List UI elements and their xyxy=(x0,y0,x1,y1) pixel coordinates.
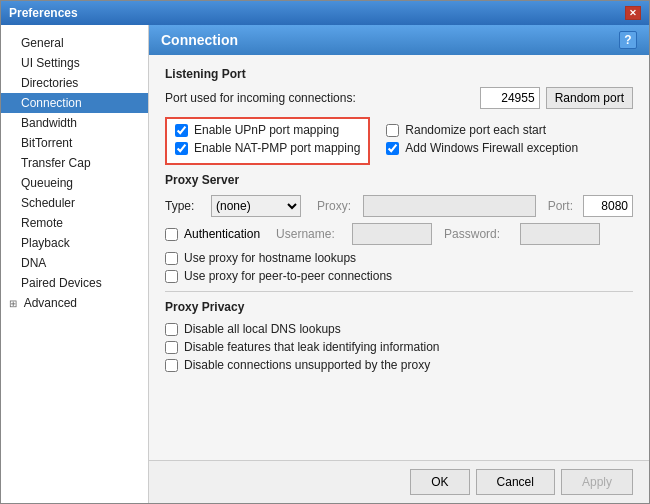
sidebar-item-playback[interactable]: Playback xyxy=(1,233,148,253)
listening-port-title: Listening Port xyxy=(165,67,633,81)
firewall-label: Add Windows Firewall exception xyxy=(405,141,578,155)
peer-checkbox[interactable] xyxy=(165,270,178,283)
port-row: Port used for incoming connections: Rand… xyxy=(165,87,633,109)
panel-header: Connection ? xyxy=(149,25,649,55)
sidebar-item-queueing[interactable]: Queueing xyxy=(1,173,148,193)
ok-button[interactable]: OK xyxy=(410,469,469,495)
sidebar-item-ui-settings[interactable]: UI Settings xyxy=(1,53,148,73)
dns-label: Disable all local DNS lookups xyxy=(184,322,341,336)
proxy-server-title: Proxy Server xyxy=(165,173,633,187)
port-input[interactable] xyxy=(480,87,540,109)
auth-row: Authentication Username: Password: xyxy=(165,223,633,245)
auth-label: Authentication xyxy=(184,227,260,241)
sidebar-item-bandwidth[interactable]: Bandwidth xyxy=(1,113,148,133)
sidebar-item-transfer-cap[interactable]: Transfer Cap xyxy=(1,153,148,173)
unsupported-row: Disable connections unsupported by the p… xyxy=(165,358,633,372)
randomize-checkbox[interactable] xyxy=(386,124,399,137)
proxy-type-label: Type: xyxy=(165,199,205,213)
window-title: Preferences xyxy=(9,6,78,20)
natpmp-row: Enable NAT-PMP port mapping xyxy=(175,141,360,155)
unsupported-checkbox[interactable] xyxy=(165,359,178,372)
upnp-label: Enable UPnP port mapping xyxy=(194,123,339,137)
proxy-port-input[interactable] xyxy=(583,195,633,217)
sidebar-item-scheduler[interactable]: Scheduler xyxy=(1,193,148,213)
footer: OK Cancel Apply xyxy=(149,460,649,503)
leak-row: Disable features that leak identifying i… xyxy=(165,340,633,354)
auth-checkbox[interactable] xyxy=(165,228,178,241)
panel-title: Connection xyxy=(161,32,238,48)
content-area: General UI Settings Directories Connecti… xyxy=(1,25,649,503)
title-bar: Preferences ✕ xyxy=(1,1,649,25)
cancel-button[interactable]: Cancel xyxy=(476,469,555,495)
sidebar-item-advanced[interactable]: ⊞ Advanced xyxy=(1,293,148,313)
dns-checkbox[interactable] xyxy=(165,323,178,336)
natpmp-label: Enable NAT-PMP port mapping xyxy=(194,141,360,155)
expand-icon: ⊞ xyxy=(9,298,21,309)
firewall-checkbox[interactable] xyxy=(386,142,399,155)
proxy-type-select[interactable]: (none) xyxy=(211,195,301,217)
main-panel: Connection ? Listening Port Port used fo… xyxy=(149,25,649,503)
hostname-row: Use proxy for hostname lookups xyxy=(165,251,633,265)
sidebar-item-general[interactable]: General xyxy=(1,33,148,53)
hostname-checkbox[interactable] xyxy=(165,252,178,265)
peer-row: Use proxy for peer-to-peer connections xyxy=(165,269,633,283)
divider xyxy=(165,291,633,292)
title-bar-buttons: ✕ xyxy=(625,6,641,20)
port-checkboxes-left: Enable UPnP port mapping Enable NAT-PMP … xyxy=(165,117,370,173)
proxy-privacy-title: Proxy Privacy xyxy=(165,300,633,314)
username-input[interactable] xyxy=(352,223,432,245)
hostname-label: Use proxy for hostname lookups xyxy=(184,251,356,265)
leak-label: Disable features that leak identifying i… xyxy=(184,340,439,354)
username-label: Username: xyxy=(276,227,346,241)
natpmp-checkbox[interactable] xyxy=(175,142,188,155)
sidebar-item-connection[interactable]: Connection xyxy=(1,93,148,113)
password-input[interactable] xyxy=(520,223,600,245)
apply-button[interactable]: Apply xyxy=(561,469,633,495)
upnp-row: Enable UPnP port mapping xyxy=(175,123,360,137)
sidebar-item-directories[interactable]: Directories xyxy=(1,73,148,93)
dns-row: Disable all local DNS lookups xyxy=(165,322,633,336)
upnp-checkbox[interactable] xyxy=(175,124,188,137)
sidebar-item-paired-devices[interactable]: Paired Devices xyxy=(1,273,148,293)
port-label: Port used for incoming connections: xyxy=(165,91,480,105)
sidebar-item-dna[interactable]: DNA xyxy=(1,253,148,273)
randomize-row: Randomize port each start xyxy=(386,123,578,137)
proxy-type-row: Type: (none) Proxy: Port: xyxy=(165,195,633,217)
firewall-row: Add Windows Firewall exception xyxy=(386,141,578,155)
port-options: Enable UPnP port mapping Enable NAT-PMP … xyxy=(165,117,633,173)
random-port-button[interactable]: Random port xyxy=(546,87,633,109)
sidebar-item-remote[interactable]: Remote xyxy=(1,213,148,233)
sidebar: General UI Settings Directories Connecti… xyxy=(1,25,149,503)
proxy-field-label: Proxy: xyxy=(317,199,351,213)
close-button[interactable]: ✕ xyxy=(625,6,641,20)
preferences-window: Preferences ✕ General UI Settings Direct… xyxy=(0,0,650,504)
randomize-label: Randomize port each start xyxy=(405,123,546,137)
unsupported-label: Disable connections unsupported by the p… xyxy=(184,358,430,372)
help-button[interactable]: ? xyxy=(619,31,637,49)
leak-checkbox[interactable] xyxy=(165,341,178,354)
panel-body: Listening Port Port used for incoming co… xyxy=(149,55,649,460)
password-label: Password: xyxy=(444,227,514,241)
proxy-host-input[interactable] xyxy=(363,195,536,217)
peer-label: Use proxy for peer-to-peer connections xyxy=(184,269,392,283)
port-checkboxes-right: Randomize port each start Add Windows Fi… xyxy=(386,117,578,173)
sidebar-item-bittorrent[interactable]: BitTorrent xyxy=(1,133,148,153)
proxy-port-label: Port: xyxy=(548,199,573,213)
highlight-box: Enable UPnP port mapping Enable NAT-PMP … xyxy=(165,117,370,165)
